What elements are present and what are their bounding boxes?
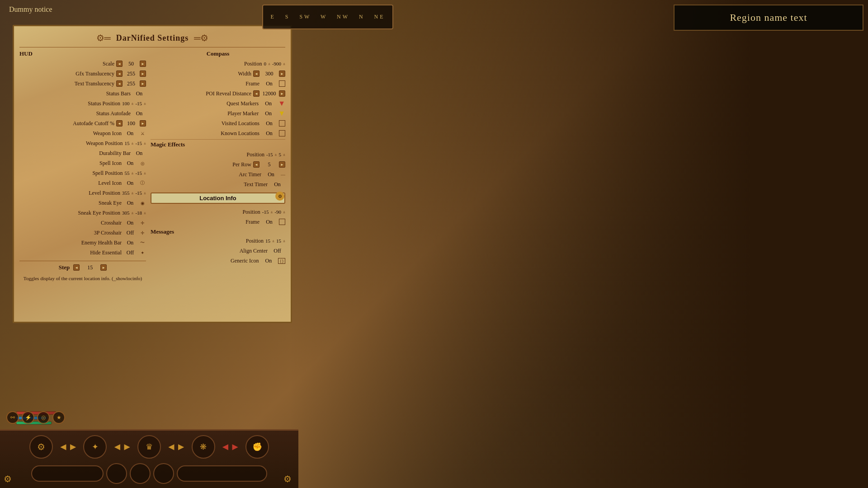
3p-crosshair-value: Off: [123, 230, 137, 236]
magic-orb: [130, 463, 151, 484]
player-marker-icon: ▼: [278, 109, 285, 117]
generic-icon-row: Generic Icon On {}: [151, 256, 285, 265]
toolbar-arrow-left-1[interactable]: ◄►: [58, 441, 78, 453]
status-pos-y: -15: [135, 101, 142, 106]
snake-icon[interactable]: ⚯: [6, 411, 19, 424]
loc-frame-value: On: [261, 219, 277, 225]
hide-essential-row: Hide Essential Off ✦: [19, 248, 146, 257]
toolbar-arrow-left-3[interactable]: ◄►: [166, 441, 186, 453]
visited-locations-checkbox[interactable]: [279, 120, 285, 127]
per-row-row: Per Row ◄ 5 ►: [151, 160, 285, 169]
description-text: Toggles display of the current location …: [19, 274, 146, 283]
text-trans-decrease[interactable]: ◄: [116, 80, 123, 87]
text-trans-increase[interactable]: ►: [140, 80, 146, 87]
character-area: [289, 0, 868, 488]
toolbar-arrow-red[interactable]: ◄►: [221, 441, 241, 453]
scale-increase[interactable]: ►: [140, 61, 146, 67]
compass-width-row: Width ◄ 300 ►: [151, 69, 285, 78]
sneak-eye-position-row: Sneak Eye Position 305 ± -18 ±: [19, 208, 146, 217]
step-value: 15: [83, 264, 97, 271]
status-autofade-row: Status Autofade On: [19, 109, 146, 118]
3p-crosshair-symbol: ✛: [139, 229, 146, 236]
dummy-notice: Dummy notice: [9, 5, 52, 14]
level-position-label: Level Position: [19, 190, 120, 197]
toolbar-icon-character[interactable]: ⚙: [29, 435, 53, 459]
weapon-icon-label: Weapon Icon: [19, 130, 122, 137]
magic-pos-x: -15: [266, 152, 273, 157]
width-decrease[interactable]: ◄: [253, 70, 259, 77]
weapon-pos-y: -15: [135, 141, 142, 146]
generic-icon-value: On: [260, 258, 276, 264]
loc-frame-checkbox[interactable]: [279, 219, 285, 225]
quickslot-bar-left: [31, 465, 104, 482]
sneak-eye-row: Sneak Eye On ◉: [19, 198, 146, 207]
step-increase[interactable]: ►: [100, 264, 107, 271]
poi-increase[interactable]: ►: [279, 90, 285, 97]
player-marker-label: Player Marker: [151, 110, 259, 117]
text-trans-value: 255: [124, 80, 138, 87]
region-name-text: Region name text: [730, 12, 807, 23]
gfx-decrease[interactable]: ◄: [116, 70, 123, 77]
toolbar-icon-inventory[interactable]: ♛: [137, 435, 161, 459]
autofade-increase[interactable]: ►: [140, 120, 146, 127]
header-deco-left: ⚙═: [96, 33, 111, 43]
status-pos-x: 100: [122, 101, 130, 106]
quest-marker-icon: ▼: [278, 99, 285, 108]
compass-position-row: Position 0 ± -900 ±: [151, 59, 285, 68]
power-icon[interactable]: ⚡: [22, 411, 34, 424]
sneak-eye-pos-x: 305: [122, 210, 130, 216]
3p-crosshair-row: 3P Crosshair Off ✛: [19, 228, 146, 237]
player-marker-value: On: [260, 110, 276, 117]
weapon-icon-value: On: [123, 130, 137, 137]
compass-bar: E S SW W NW N NE: [262, 5, 393, 29]
eye-icon-bottom[interactable]: ◎: [37, 411, 50, 424]
gfx-translucency-label: Gfx Translucency: [19, 70, 114, 77]
quest-markers-row: Quest Markers On ▼: [151, 99, 285, 108]
sneak-eye-label: Sneak Eye: [19, 200, 122, 206]
autofade-decrease[interactable]: ◄: [116, 120, 123, 127]
align-center-row: Align Center Off: [151, 246, 285, 255]
spell-icon-label: Spell Icon: [19, 160, 122, 167]
toolbar-icon-skills[interactable]: ❋: [192, 435, 215, 459]
generic-icon-symbol: {}: [278, 258, 285, 264]
arc-timer-value: On: [263, 171, 279, 178]
known-locations-checkbox[interactable]: [279, 130, 285, 136]
level-pos-x: 355: [122, 190, 130, 196]
compass-section-header: Compass: [151, 50, 285, 57]
enemy-health-value: On: [123, 239, 137, 246]
compass-frame-row: Frame On: [151, 79, 285, 88]
enemy-health-label: Enemy Health Bar: [19, 239, 122, 246]
level-icon-value: On: [123, 180, 137, 187]
poi-row: POI Reveal Distance ◄ 12000 ►: [151, 89, 285, 98]
toolbar-icon-magic[interactable]: ✦: [83, 435, 107, 459]
status-autofade-value: On: [132, 110, 146, 117]
header-deco-right: ═⚙: [194, 33, 208, 43]
per-row-decrease[interactable]: ◄: [253, 161, 259, 168]
hide-essential-symbol: ✦: [139, 249, 146, 256]
scale-decrease[interactable]: ◄: [116, 61, 123, 67]
compass-frame-checkbox[interactable]: [279, 80, 285, 87]
sneak-eye-symbol: ◉: [139, 199, 146, 206]
msg-pos-y: 15: [276, 238, 281, 244]
poi-decrease[interactable]: ◄: [253, 90, 259, 97]
loc-pos-x: -15: [262, 209, 269, 215]
poi-value: 12000: [261, 90, 277, 97]
status-bars-row: Status Bars On: [19, 89, 146, 98]
per-row-increase[interactable]: ►: [279, 161, 285, 168]
level-pos-y: -15: [135, 190, 142, 196]
msg-position-row: Position 15 ± 15 ±: [151, 236, 285, 245]
right-column: Compass Position 0 ± -900 ± Width ◄ 300 …: [151, 50, 285, 283]
compass-frame-value: On: [261, 80, 277, 87]
width-increase[interactable]: ►: [279, 70, 285, 77]
toolbar-icon-combat[interactable]: ✊: [245, 435, 269, 459]
star-icon[interactable]: ★: [52, 411, 65, 424]
bottom-left-icons: ⚯ ⚡ ◎ ★: [6, 411, 65, 424]
gfx-increase[interactable]: ►: [140, 70, 146, 77]
panel-header: ⚙═ DarNified Settings ═⚙: [19, 30, 285, 47]
sneak-eye-pos-y: -18: [135, 210, 142, 216]
loc-pos-y: -90: [274, 209, 281, 215]
location-info-button[interactable]: Location Info: [151, 192, 285, 204]
step-decrease[interactable]: ◄: [73, 264, 80, 271]
toolbar-arrow-left-2[interactable]: ◄►: [112, 441, 132, 453]
level-position-row: Level Position 355 ± -15 ±: [19, 188, 146, 197]
